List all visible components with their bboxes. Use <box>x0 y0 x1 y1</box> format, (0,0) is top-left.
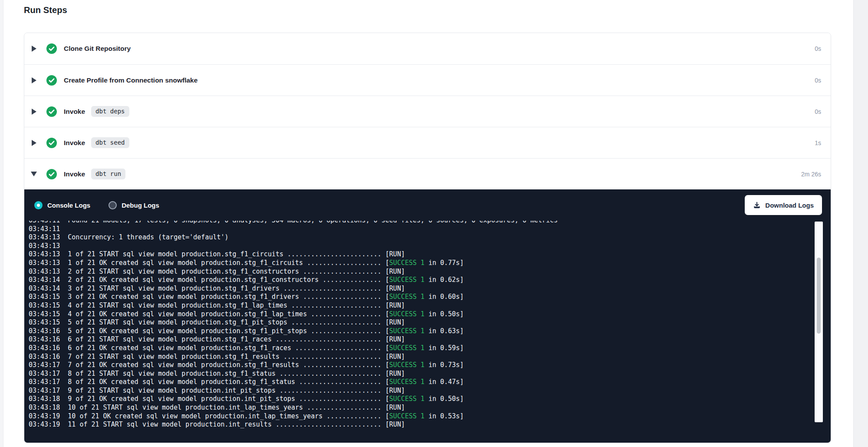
step-command-chip: dbt deps <box>91 106 129 117</box>
step-duration: 2m 26s <box>801 171 821 178</box>
log-line: 03:43:13 1 of 21 OK created sql view mod… <box>29 259 805 268</box>
log-success-highlight: SUCCESS 1 <box>389 327 424 335</box>
console-log-output[interactable]: 03:43:11 Found 21 models, 17 tests, 0 sn… <box>24 221 831 443</box>
caret-down-icon[interactable] <box>31 172 37 176</box>
step-duration: 0s <box>815 108 821 115</box>
log-line: 03:43:16 5 of 21 OK created sql view mod… <box>29 327 805 336</box>
step-label: Invoke <box>64 108 85 116</box>
radio-selected-icon[interactable] <box>34 201 43 209</box>
run-steps-card: Clone Git Repository 0s Create Profile f… <box>24 33 831 443</box>
log-success-highlight: SUCCESS 1 <box>389 293 424 301</box>
check-circle-icon <box>46 169 57 179</box>
log-line: 03:43:17 8 of 21 START sql view model pr… <box>29 370 805 378</box>
step-label: Clone Git Repository <box>64 45 131 53</box>
tab-debug-logs[interactable]: Debug Logs <box>108 201 159 209</box>
check-circle-icon <box>46 75 57 86</box>
download-logs-button[interactable]: Download Logs <box>745 195 822 215</box>
log-line: 03:43:14 3 of 21 START sql view model pr… <box>29 285 805 293</box>
log-line: 03:43:11 Found 21 models, 17 tests, 0 sn… <box>29 221 805 225</box>
run-step-row[interactable]: Invoke dbt deps 0s <box>24 96 831 127</box>
log-line: 03:43:15 5 of 21 START sql view model pr… <box>29 318 805 327</box>
caret-right-icon[interactable] <box>31 140 37 146</box>
log-success-highlight: SUCCESS 1 <box>389 412 424 420</box>
right-panel-edge <box>853 0 868 447</box>
caret-right-icon[interactable] <box>31 109 37 115</box>
log-scrollbar-thumb[interactable] <box>817 258 821 334</box>
log-line: 03:43:15 4 of 21 OK created sql view mod… <box>29 310 805 319</box>
log-line: 03:43:13 <box>29 242 805 251</box>
step-duration: 0s <box>815 77 821 84</box>
log-line: 03:43:13 2 of 21 START sql view model pr… <box>29 268 805 276</box>
step-duration: 0s <box>815 45 821 52</box>
step-label: Invoke <box>64 170 85 178</box>
tab-console-logs[interactable]: Console Logs <box>34 201 90 209</box>
download-icon <box>753 201 761 209</box>
log-line: 03:43:15 3 of 21 OK created sql view mod… <box>29 293 805 301</box>
step-duration: 1s <box>815 139 821 146</box>
step-label: Invoke <box>64 139 85 147</box>
log-line: 03:43:18 9 of 21 OK created sql view mod… <box>29 395 805 404</box>
log-line: 03:43:17 9 of 21 START sql view model pr… <box>29 387 805 395</box>
log-line: 03:43:19 11 of 21 START sql view model p… <box>29 421 805 429</box>
logs-panel: Console Logs Debug Logs <box>24 189 831 443</box>
download-label: Download Logs <box>765 202 814 209</box>
log-scrollbar-track[interactable] <box>815 222 823 422</box>
caret-right-icon[interactable] <box>31 46 37 52</box>
run-step-row[interactable]: Clone Git Repository 0s <box>24 33 831 64</box>
step-command-chip: dbt seed <box>91 137 129 148</box>
check-circle-icon <box>46 106 57 117</box>
log-success-highlight: SUCCESS 1 <box>389 344 424 352</box>
log-success-highlight: SUCCESS 1 <box>389 310 424 318</box>
step-command-chip: dbt run <box>91 169 125 179</box>
log-line: 03:43:16 7 of 21 START sql view model pr… <box>29 353 805 361</box>
log-line: 03:43:14 2 of 21 OK created sql view mod… <box>29 276 805 285</box>
run-step-row[interactable]: Invoke dbt seed 1s <box>24 127 831 158</box>
log-success-highlight: SUCCESS 1 <box>389 395 424 403</box>
run-step-row[interactable]: Create Profile from Connection snowflake… <box>24 64 831 96</box>
run-steps-page: Run Steps Clone Git Repository 0s Create… <box>0 0 868 447</box>
caret-right-icon[interactable] <box>31 77 37 83</box>
left-panel-edge <box>0 0 3 447</box>
check-circle-icon <box>46 138 57 148</box>
step-label: Create Profile from Connection snowflake <box>64 76 197 84</box>
log-line: 03:43:16 6 of 21 START sql view model pr… <box>29 335 805 344</box>
log-line: 03:43:13 Concurrency: 1 threads (target=… <box>29 233 805 242</box>
log-line: 03:43:17 8 of 21 OK created sql view mod… <box>29 378 805 387</box>
log-success-highlight: SUCCESS 1 <box>389 276 424 284</box>
log-line: 03:43:18 10 of 21 START sql view model p… <box>29 404 805 412</box>
radio-unselected-icon[interactable] <box>108 201 117 209</box>
log-line: 03:43:16 6 of 21 OK created sql view mod… <box>29 344 805 353</box>
tab-label: Console Logs <box>47 202 90 209</box>
log-success-highlight: SUCCESS 1 <box>389 259 424 267</box>
run-steps-list: Clone Git Repository 0s Create Profile f… <box>24 33 831 189</box>
tab-label: Debug Logs <box>122 202 159 209</box>
log-line: 03:43:11 <box>29 225 805 234</box>
page-title: Run Steps <box>24 5 67 15</box>
log-line: 03:43:17 7 of 21 OK created sql view mod… <box>29 361 805 370</box>
log-tabs: Console Logs Debug Logs <box>34 201 159 209</box>
log-success-highlight: SUCCESS 1 <box>389 378 424 386</box>
log-success-highlight: SUCCESS 1 <box>389 361 424 369</box>
run-step-row[interactable]: Invoke dbt run 2m 26s <box>24 158 831 189</box>
logs-panel-header: Console Logs Debug Logs <box>24 189 831 221</box>
check-circle-icon <box>46 43 57 54</box>
log-line: 03:43:13 1 of 21 START sql view model pr… <box>29 250 805 259</box>
log-line: 03:43:19 10 of 21 OK created sql view mo… <box>29 412 805 421</box>
log-line: 03:43:15 4 of 21 START sql view model pr… <box>29 301 805 310</box>
